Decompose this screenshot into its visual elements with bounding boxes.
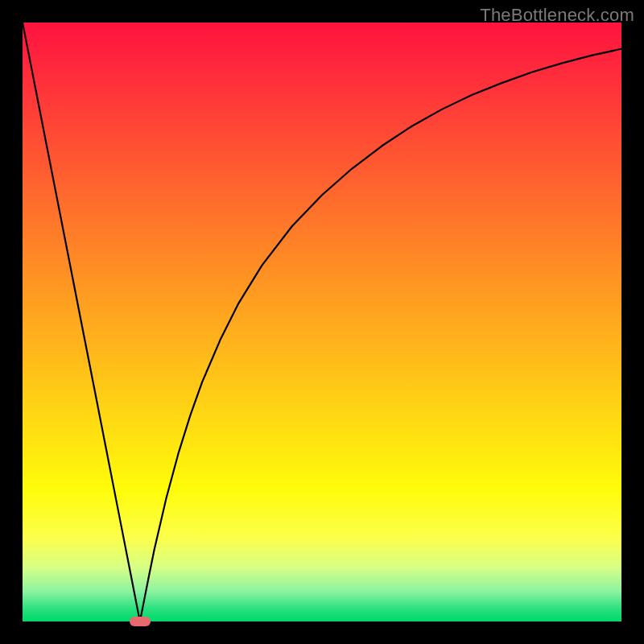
chart-frame: TheBottleneck.com: [0, 0, 644, 644]
watermark-text: TheBottleneck.com: [480, 5, 634, 26]
plot-area: [23, 23, 621, 621]
curve-path: [23, 23, 621, 621]
min-marker: [130, 617, 151, 626]
line-curve: [23, 23, 621, 621]
